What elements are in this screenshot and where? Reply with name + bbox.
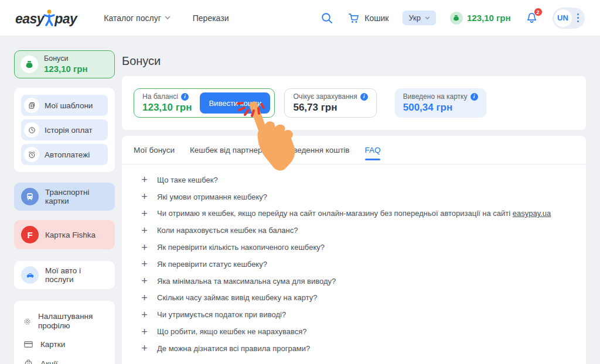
- balance-card-label: На балансі: [142, 92, 178, 101]
- nav-transfers[interactable]: Перекази: [193, 13, 229, 23]
- balance-card: На балансі i 123,10 грн Вивести кошти: [134, 88, 275, 118]
- logo-text-easy: easy: [15, 11, 44, 27]
- account-menu[interactable]: UN: [553, 8, 585, 29]
- page-title: Бонуси: [122, 54, 161, 68]
- withdrawn-card-label: Виведено на картку: [403, 92, 468, 101]
- bus-icon: [21, 188, 39, 205]
- balance-amount: 123,10 грн: [467, 13, 511, 23]
- info-icon[interactable]: i: [360, 93, 368, 101]
- easypay-logo[interactable]: easy pay: [15, 9, 77, 27]
- cart-icon: [347, 12, 360, 25]
- info-icon[interactable]: i: [181, 93, 189, 101]
- kebab-menu-icon[interactable]: [576, 12, 581, 24]
- logo-person-icon: [43, 9, 56, 27]
- sidebar: Бонуси 123,10 грн Мої шаблони Історі: [14, 50, 115, 364]
- bonuses-amount: 123,10 грн: [44, 64, 88, 74]
- faq-item[interactable]: + Як перевірити статус кешбеку?: [141, 256, 574, 273]
- car-icon: [21, 266, 39, 284]
- plus-icon: +: [141, 242, 148, 253]
- tab-withdrawals[interactable]: Виведення коштів: [284, 136, 350, 164]
- notifications-button[interactable]: 2: [525, 11, 538, 25]
- sidebar-item-fishka-card[interactable]: F Картка Fishka: [14, 220, 115, 249]
- faq-list: + Що таке кешбек? + Які умови отримання …: [122, 164, 586, 357]
- avatar: UN: [554, 9, 572, 27]
- pending-card-value: 56,73 грн: [293, 102, 367, 114]
- info-icon[interactable]: i: [471, 93, 478, 101]
- sidebar-item-history[interactable]: Історія оплат: [21, 119, 108, 140]
- faq-item[interactable]: + Коли нараховується кешбек на баланс?: [141, 222, 574, 239]
- faq-item[interactable]: + Скільки часу займає вивід кешбеку на к…: [141, 290, 574, 307]
- main-nav: Каталог послуг Перекази: [104, 13, 229, 23]
- withdrawn-card-value: 500,34 грн: [403, 102, 478, 114]
- faq-item[interactable]: + Яка мінімальна та максимальна сума для…: [141, 273, 574, 290]
- cart-label: Кошик: [364, 13, 388, 23]
- plus-icon: +: [141, 259, 148, 269]
- faq-item[interactable]: + Чи утримується податок при виводі?: [141, 306, 574, 323]
- logo-text-pay: pay: [54, 11, 77, 27]
- sidebar-item-bonuses[interactable]: Бонуси 123,10 грн: [14, 50, 115, 78]
- sidebar-item-autopayments[interactable]: Автоплатежі: [21, 144, 108, 165]
- withdraw-funds-button[interactable]: Вивести кошти: [200, 92, 270, 114]
- faq-item[interactable]: + Що робити, якщо кешбек не нарахувався?: [141, 323, 574, 340]
- faq-item[interactable]: + Де можна дізнатися всі правила програм…: [141, 340, 574, 357]
- plus-icon: +: [141, 208, 148, 219]
- plus-icon: +: [141, 225, 148, 236]
- credit-card-icon: [23, 339, 34, 350]
- faq-item[interactable]: + Що таке кешбек?: [141, 171, 574, 188]
- balance-card-value: 123,10 грн: [142, 102, 192, 114]
- plus-icon: +: [141, 293, 148, 303]
- cart-button[interactable]: Кошик: [347, 12, 388, 25]
- tab-faq[interactable]: FAQ: [365, 136, 381, 164]
- chevron-down-icon: [165, 16, 171, 20]
- alarm-clock-icon: [24, 147, 39, 162]
- header-balance[interactable]: 123,10 грн: [450, 12, 511, 25]
- search-icon[interactable]: [321, 12, 333, 25]
- withdrawn-card: Виведено на картку i 500,34 грн: [395, 88, 486, 118]
- faq-item[interactable]: + Які умови отримання кешбеку?: [141, 188, 574, 205]
- chevron-down-icon: [425, 16, 430, 20]
- sidebar-item-templates[interactable]: Мої шаблони: [21, 95, 108, 116]
- money-bag-icon: [450, 12, 463, 25]
- plus-icon: +: [141, 174, 148, 185]
- money-bag-icon: [21, 56, 38, 73]
- plus-icon: +: [141, 191, 148, 202]
- sidebar-item-transport-cards[interactable]: Транспортні картки: [14, 183, 115, 211]
- templates-icon: [24, 98, 39, 113]
- sidebar-item-my-cars[interactable]: Мої авто і послуги: [14, 261, 115, 289]
- header-right: Кошик Укр 123,10 грн 2 UN: [321, 8, 585, 29]
- tabs-bar: Мої бонуси Кешбек від партнерів Виведенн…: [122, 136, 586, 164]
- sidebar-item-profile-settings[interactable]: Налаштування профілю: [22, 308, 110, 335]
- bonuses-label: Бонуси: [44, 54, 88, 64]
- language-selector[interactable]: Укр: [403, 11, 436, 25]
- pending-card: Очікує зарахування i 56,73 грн: [284, 88, 376, 118]
- sidebar-item-promotions[interactable]: Акції: [22, 354, 107, 364]
- top-header: easy pay Каталог послуг Перекази: [0, 0, 600, 36]
- bonuses-tabs-panel: Мої бонуси Кешбек від партнерів Виведенн…: [122, 136, 586, 364]
- gear-icon: [23, 316, 32, 327]
- history-clock-icon: [24, 122, 39, 138]
- faq-item[interactable]: + Як перевірити кількість накопиченого к…: [141, 239, 574, 256]
- sidebar-group-settings: Налаштування профілю Картки Акції: [14, 301, 115, 364]
- sidebar-item-cards[interactable]: Картки: [22, 335, 107, 354]
- plus-icon: +: [141, 310, 148, 320]
- balance-summary-panel: На балансі i 123,10 грн Вивести кошти Оч…: [122, 76, 586, 130]
- nav-catalog[interactable]: Каталог послуг: [104, 13, 170, 23]
- notification-badge: 2: [534, 8, 543, 16]
- plus-icon: +: [141, 327, 148, 337]
- tab-partner-cashback[interactable]: Кешбек від партнерів: [190, 136, 268, 164]
- sidebar-group-payments: Мої шаблони Історія оплат Автоплатежі: [14, 88, 115, 172]
- fishka-f-icon: F: [21, 226, 39, 243]
- promo-bag-icon: [23, 358, 34, 364]
- plus-icon: +: [141, 343, 148, 353]
- tab-my-bonuses[interactable]: Мої бонуси: [134, 136, 175, 164]
- plus-icon: +: [141, 276, 148, 286]
- pending-card-label: Очікує зарахування: [293, 92, 357, 101]
- faq-item[interactable]: + Чи отримаю я кешбек, якщо перейду на с…: [141, 205, 574, 222]
- easypay-link[interactable]: easypay.ua: [513, 209, 551, 218]
